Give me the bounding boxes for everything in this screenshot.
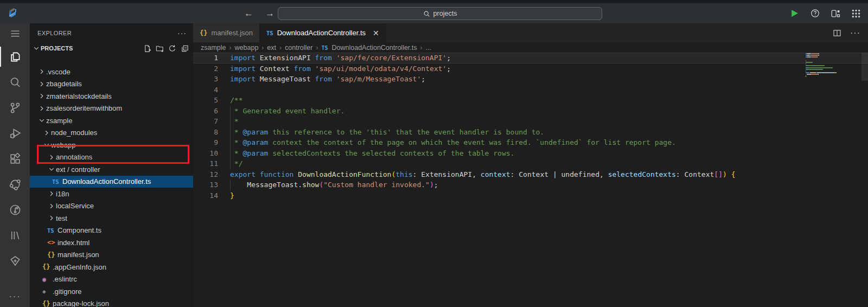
command-center-search[interactable]: projects — [278, 7, 602, 20]
breadcrumb-separator: › — [419, 44, 424, 52]
breadcrumb-item[interactable]: DownloadActionController.ts — [332, 44, 417, 52]
code-text: /** — [230, 95, 242, 106]
tree-item-label: .gitignore — [53, 287, 81, 296]
nav-back-icon[interactable]: ← — [244, 8, 253, 19]
tree-item-selected[interactable]: TSDownloadActionController.ts — [30, 176, 193, 188]
tab-DownloadActionController.ts[interactable]: TSDownloadActionController.ts✕ — [260, 23, 386, 42]
tree-item[interactable]: zbagdetails — [30, 78, 193, 91]
code-line-5[interactable]: 5/** — [193, 95, 868, 106]
line-number: 9 — [193, 137, 218, 148]
tree-item[interactable]: annotations — [30, 151, 193, 164]
code-line-6[interactable]: 6 * Generated event handler. — [193, 106, 868, 117]
collapse-all-icon[interactable] — [181, 44, 189, 53]
run-play-button[interactable] — [789, 8, 800, 19]
tab-label: manifest.json — [211, 29, 253, 37]
minimap-line — [806, 72, 839, 73]
tree-item-label: manifest.json — [58, 251, 99, 259]
editor-group: {}manifest.jsonTSDownloadActionControlle… — [193, 23, 868, 307]
tree-item[interactable]: ext / controller — [30, 163, 193, 176]
tree-item[interactable]: {}package-lock.json — [30, 298, 193, 307]
split-editor-icon[interactable] — [833, 29, 841, 37]
run-debug-icon[interactable] — [0, 120, 30, 146]
code-line-4[interactable]: 4 — [193, 85, 868, 95]
code-line-9[interactable]: 9 * @param context the context of the pa… — [193, 137, 868, 148]
close-icon[interactable]: ✕ — [373, 29, 379, 37]
editor-more-icon[interactable]: ··· — [850, 28, 860, 38]
tree-item[interactable]: zsalesorderitemwithbom — [30, 103, 193, 115]
tree-item[interactable]: {}manifest.json — [30, 249, 193, 261]
tree-item[interactable]: i18n — [30, 188, 193, 200]
tree-item-label: ext / controller — [56, 165, 100, 174]
scrollbar-slider[interactable] — [861, 53, 868, 81]
tree-item[interactable]: zsample — [30, 114, 193, 127]
code-line-12[interactable]: 12export function DownloadActionFunction… — [193, 169, 868, 180]
code-text: import MessageToast from 'sap/m/MessageT… — [230, 74, 425, 85]
minimap-line — [806, 55, 839, 56]
explorer-icon[interactable] — [0, 44, 30, 69]
code-line-7[interactable]: 7 * — [193, 116, 868, 127]
library-icon[interactable] — [0, 222, 30, 248]
chevron-right-icon — [47, 203, 56, 209]
code-text: * @param this reference to the 'this' th… — [230, 127, 544, 138]
json-file-icon: {} — [47, 251, 58, 259]
search-value: projects — [433, 10, 457, 17]
chevron-right-icon — [37, 93, 46, 99]
gem-icon[interactable] — [0, 248, 30, 273]
code-line-14[interactable]: 14} — [193, 190, 868, 201]
breadcrumb-item[interactable]: ... — [426, 44, 431, 52]
explorer-more-icon[interactable]: ··· — [177, 29, 187, 37]
tree-item[interactable]: localService — [30, 200, 193, 213]
breadcrumb-item[interactable]: ext — [267, 44, 276, 52]
tree-item[interactable]: ◈.gitignore — [30, 285, 193, 298]
nav-forward-icon[interactable]: → — [265, 8, 275, 19]
activitybar-more-icon[interactable]: ··· — [9, 292, 21, 307]
new-folder-icon[interactable] — [156, 44, 164, 53]
tree-item[interactable]: test — [30, 212, 193, 225]
source-control-icon[interactable] — [0, 95, 30, 120]
tree-item[interactable]: webapp — [30, 139, 193, 151]
tree-item[interactable]: ◉.eslintrc — [30, 273, 193, 286]
projects-section-header[interactable]: PROJECTS — [30, 42, 193, 54]
tree-item[interactable]: TSComponent.ts — [30, 225, 193, 237]
app-logo-icon — [5, 6, 20, 20]
code-text: export function DownloadActionFunction(t… — [230, 169, 735, 180]
code-line-13[interactable]: 13 MessageToast.show("Custom handler inv… — [193, 180, 868, 190]
refresh-icon[interactable] — [168, 44, 176, 53]
tab-manifest.json[interactable]: {}manifest.json — [193, 23, 260, 42]
breadcrumb-item[interactable]: zsample — [201, 44, 226, 52]
tree-item[interactable]: <>index.html — [30, 236, 193, 249]
code-line-3[interactable]: 3import MessageToast from 'sap/m/Message… — [193, 74, 868, 85]
tree-item-label: .eslintrc — [53, 275, 77, 283]
breadcrumb-separator: › — [278, 44, 283, 52]
code-line-2[interactable]: 2import Context from 'sap/ui/model/odata… — [193, 63, 868, 74]
run-config-icon[interactable] — [0, 197, 30, 222]
tree-item[interactable]: node_modules — [30, 127, 193, 139]
json-file-icon: {} — [42, 263, 53, 271]
breadcrumb-item[interactable]: controller — [285, 44, 312, 52]
tree-item[interactable]: {}.appGenInfo.json — [30, 261, 193, 273]
tree-item[interactable]: .vscode — [30, 66, 193, 78]
minimap-line — [806, 53, 839, 54]
minimap-line — [806, 71, 839, 72]
extensions-icon[interactable] — [0, 146, 30, 171]
code-line-10[interactable]: 10 * @param selectedContexts the selecte… — [193, 148, 868, 159]
new-file-icon[interactable] — [143, 44, 151, 53]
tab-label: DownloadActionController.ts — [277, 29, 366, 37]
apps-grid-icon[interactable] — [851, 8, 861, 19]
help-icon[interactable] — [809, 8, 820, 19]
tree-item-label: node_modules — [51, 129, 97, 137]
chevron-down-icon — [32, 45, 41, 52]
minimap-line — [806, 67, 839, 68]
code-line-1[interactable]: 1import ExtensionAPI from 'sap/fe/core/E… — [193, 53, 868, 63]
tree-item[interactable]: zmaterialstockdetails — [30, 90, 193, 103]
search-icon[interactable] — [0, 69, 30, 95]
code-line-8[interactable]: 8 * @param this reference to the 'this' … — [193, 127, 868, 138]
code-line-11[interactable]: 11 */ — [193, 158, 868, 169]
chevron-right-icon — [42, 130, 51, 136]
minimap[interactable] — [806, 53, 839, 78]
breadcrumb-item[interactable]: webapp — [235, 44, 259, 52]
code-editor[interactable]: 1import ExtensionAPI from 'sap/fe/core/E… — [193, 53, 868, 201]
menu-icon[interactable] — [0, 23, 30, 44]
customize-layout-icon[interactable] — [830, 8, 841, 19]
network-icon[interactable] — [0, 171, 30, 197]
